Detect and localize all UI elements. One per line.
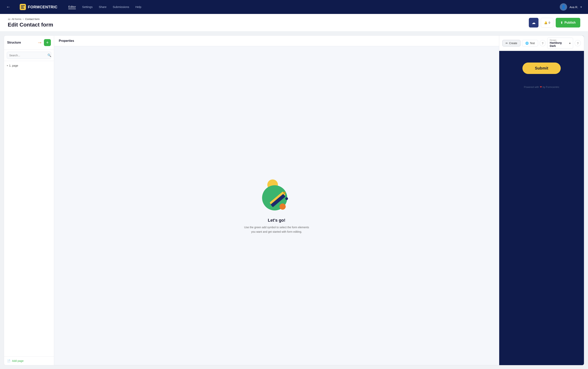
- back-button[interactable]: ←: [6, 4, 10, 10]
- test-icon: 🌐: [525, 42, 529, 45]
- cloud-save-button[interactable]: ☁: [529, 18, 539, 28]
- search-input[interactable]: [7, 52, 45, 59]
- test-label: Test: [530, 42, 535, 45]
- heart-icon: ❤: [540, 86, 542, 89]
- nav-editor[interactable]: Editor: [68, 5, 76, 9]
- nav-links: Editor Settings Share Submissions Help: [68, 5, 552, 9]
- structure-search: 🔍: [4, 50, 54, 61]
- add-page-icon: 📄: [7, 359, 10, 362]
- svg-rect-3: [21, 8, 24, 9]
- nav-help[interactable]: Help: [135, 5, 141, 9]
- search-wrap: 🔍: [7, 52, 51, 59]
- breadcrumb: 🗂 All forms > Contact form: [8, 17, 53, 20]
- app-logo: FORMCENTRIC: [20, 4, 58, 10]
- orange-arrow-icon: →: [37, 40, 42, 46]
- form-submit-button[interactable]: Submit: [522, 62, 561, 74]
- publish-button[interactable]: ⬆ Publish: [556, 18, 580, 28]
- create-mode-button[interactable]: ✏ Create: [502, 40, 520, 46]
- illustration-dot-dark: [285, 197, 288, 200]
- publish-icon: ⬆: [560, 21, 563, 25]
- top-navigation: ← FORMCENTRIC Editor Settings Share Subm…: [0, 0, 588, 14]
- structure-footer: 📄 Add page: [4, 356, 54, 365]
- empty-state-description: Use the green add symbol to select the f…: [242, 225, 311, 234]
- svg-rect-2: [21, 7, 24, 7]
- design-select[interactable]: Design Hamburg Dark ▾: [547, 38, 573, 49]
- page-header: 🗂 All forms > Contact form Edit Contact …: [0, 14, 588, 31]
- breadcrumb-separator: >: [23, 18, 24, 20]
- properties-body: Let's go! Use the green add symbol to se…: [54, 46, 499, 365]
- design-value: Hamburg Dark: [550, 41, 561, 47]
- tree-item-page[interactable]: ▾ 1. page: [7, 63, 51, 68]
- breadcrumb-parent[interactable]: All forms: [12, 18, 21, 20]
- design-label: Design: [550, 39, 568, 41]
- create-icon: ✏: [506, 42, 508, 45]
- preview-toolbar: ✏ Create 🌐 Test ? Design Hamburg Dark ▾ …: [499, 36, 584, 51]
- add-page-button[interactable]: 📄 Add page: [7, 359, 24, 362]
- main-content: Structure → + 🔍 ▾ 1. page 📄 Add pa: [0, 31, 588, 369]
- design-help-icon: ?: [577, 42, 578, 45]
- powered-text: Powered with: [524, 86, 539, 89]
- search-icon: 🔍: [47, 54, 51, 57]
- back-arrow-icon: ←: [6, 4, 10, 10]
- publish-label: Publish: [564, 21, 576, 24]
- preview-body: Submit Powered with ❤ by Formcentric: [499, 51, 584, 365]
- notification-count: 0: [549, 21, 550, 24]
- test-mode-button[interactable]: 🌐 Test: [522, 40, 538, 46]
- notifications-button[interactable]: 🔔 0: [541, 18, 553, 28]
- create-label: Create: [509, 42, 517, 45]
- structure-tree: ▾ 1. page: [4, 61, 54, 356]
- properties-panel: Properties Let's go! Use the green add s…: [54, 35, 499, 365]
- powered-suffix: by Formcentric: [543, 86, 559, 89]
- mode-help-button[interactable]: ?: [540, 40, 546, 46]
- logo-text: FORMCENTRIC: [28, 5, 58, 9]
- nav-settings[interactable]: Settings: [82, 5, 92, 9]
- user-name-label: Ava R.: [569, 5, 578, 9]
- design-chevron-icon: ▾: [569, 42, 571, 45]
- header-actions: ☁ 🔔 0 ⬆ Publish: [529, 18, 580, 28]
- preview-panel: ✏ Create 🌐 Test ? Design Hamburg Dark ▾ …: [499, 35, 584, 365]
- properties-header: Properties: [54, 36, 499, 46]
- powered-by: Powered with ❤ by Formcentric: [524, 86, 559, 89]
- empty-illustration: [259, 177, 294, 212]
- user-chevron-icon: ▾: [580, 5, 582, 9]
- add-element-button[interactable]: +: [44, 39, 51, 46]
- bell-icon: 🔔: [544, 21, 547, 24]
- structure-title: Structure: [7, 41, 21, 44]
- nav-submissions[interactable]: Submissions: [113, 5, 129, 9]
- add-element-container: → +: [37, 39, 51, 46]
- breadcrumb-icon: 🗂: [8, 17, 10, 20]
- avatar: 👤: [560, 3, 567, 11]
- empty-state-title: Let's go!: [268, 218, 285, 223]
- search-button[interactable]: 🔍: [45, 52, 51, 59]
- avatar-icon: 👤: [561, 5, 566, 9]
- logo-icon: [20, 4, 26, 10]
- tree-item-label: 1. page: [9, 64, 18, 67]
- add-page-label: Add page: [12, 359, 24, 362]
- page-header-left: 🗂 All forms > Contact form Edit Contact …: [8, 17, 53, 28]
- cloud-icon: ☁: [532, 20, 536, 25]
- page-title: Edit Contact form: [8, 22, 53, 28]
- structure-panel: Structure → + 🔍 ▾ 1. page 📄 Add pa: [4, 35, 54, 365]
- svg-rect-1: [21, 5, 25, 6]
- user-menu[interactable]: 👤 Ava R. ▾: [560, 3, 582, 11]
- nav-share[interactable]: Share: [99, 5, 107, 9]
- design-select-label-wrap: Design Hamburg Dark: [550, 39, 568, 47]
- tree-chevron-icon: ▾: [7, 64, 8, 67]
- design-help-button[interactable]: ?: [575, 40, 581, 46]
- properties-title: Properties: [59, 39, 74, 42]
- structure-header: Structure → +: [4, 36, 54, 50]
- breadcrumb-current: Contact form: [25, 18, 39, 20]
- illustration-dot-orange: [279, 204, 286, 210]
- help-icon: ?: [542, 42, 543, 45]
